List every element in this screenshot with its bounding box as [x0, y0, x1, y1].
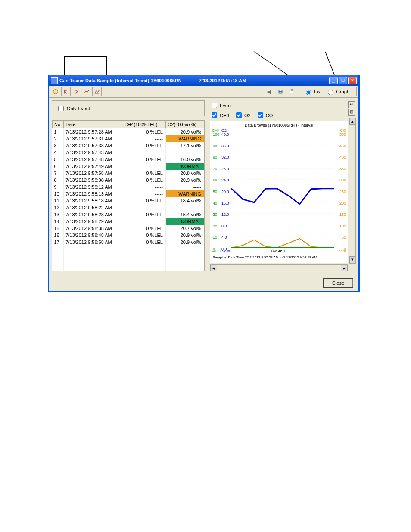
cell-no: 14 [53, 218, 64, 225]
cell-no: 13 [53, 211, 64, 218]
ch4-checkbox[interactable]: CH4 [210, 111, 229, 119]
table-row[interactable]: 67/13/2012 9:57:49 AM-----NORMAL [53, 163, 204, 170]
axis-tick: 80 [213, 155, 217, 159]
co-checkbox[interactable]: CO [256, 111, 273, 119]
cell-no: 4 [53, 149, 64, 156]
view-mode-group: List Graph [301, 87, 357, 96]
event-prev-button[interactable] [61, 87, 71, 96]
series-checkbox-row-2: CH4 O2 CO [207, 110, 356, 120]
axis-tick: 40 [213, 201, 217, 205]
right-pane: ↩ ⊞ Event CH4 O2 CO Data Browse (1Y60100… [207, 100, 356, 271]
axis-tick: 28.0 [221, 167, 229, 171]
table-row[interactable]: 57/13/2012 9:57:48 AM0 %LEL16.0 vol% [53, 156, 204, 163]
table-row[interactable]: 177/13/2012 9:58:58 AM0 %LEL20.9 vol% [53, 239, 204, 246]
cell-date: 7/13/2012 9:58:08 AM [64, 177, 122, 184]
axis-tick: 100 [339, 224, 346, 228]
table-row-empty [53, 246, 204, 252]
minimize-button[interactable]: _ [329, 77, 338, 84]
o2-checkbox[interactable]: O2 [234, 111, 251, 119]
table-row[interactable]: 157/13/2012 9:58:38 AM0 %LEL20.7 vol% [53, 225, 204, 232]
close-button[interactable]: Close [323, 278, 353, 288]
cell-no: 1 [53, 128, 64, 135]
view-list-radio[interactable]: List [304, 88, 321, 95]
cell-ch4: 0 %LEL [122, 170, 166, 177]
cell-o2: ----- [165, 184, 204, 190]
axis-tick: 36.0 [221, 144, 229, 148]
col-o2[interactable]: O2(40.0vol%) [165, 121, 204, 128]
x-tick: 09:58:18 [210, 249, 348, 253]
maximize-button[interactable]: □ [339, 77, 347, 84]
cell-o2: 20.9 vol% [165, 232, 204, 239]
cell-ch4: ----- [122, 190, 166, 197]
axis-tick: 400 [339, 155, 346, 159]
table-row[interactable]: 77/13/2012 9:57:58 AM0 %LEL20.8 vol% [53, 170, 204, 177]
cell-ch4: ----- [122, 149, 166, 156]
table-row[interactable]: 87/13/2012 9:58:08 AM0 %LEL20.9 vol% [53, 177, 204, 184]
cell-o2: WARNING [165, 135, 204, 142]
clipboard-button[interactable] [287, 87, 296, 96]
table-row[interactable]: 47/13/2012 9:57:43 AM---------- [53, 149, 204, 156]
axis-tick: 24.0 [221, 178, 229, 182]
table-row[interactable]: 27/13/2012 9:57:31 AM-----WARNING [53, 135, 204, 142]
axis-tick: 20.0 [221, 190, 229, 194]
table-row[interactable]: 107/13/2012 9:58:13 AM-----WARNING [53, 190, 204, 197]
axis-tick: 30 [213, 212, 217, 217]
table-row[interactable]: 167/13/2012 9:58:48 AM0 %LEL20.9 vol% [53, 232, 204, 239]
svg-rect-8 [268, 90, 271, 91]
axis-tick: 32.0 [221, 155, 229, 159]
plot-area[interactable] [231, 134, 334, 248]
col-date[interactable]: Date [64, 121, 122, 128]
close-window-button[interactable]: × [348, 77, 357, 84]
only-event-box: Only Event [52, 100, 205, 116]
cell-o2: 18.4 vol% [165, 197, 204, 204]
graph-tool-1-button[interactable] [82, 87, 91, 96]
vertical-scrollbar[interactable]: ▴ ▾ [349, 118, 356, 264]
cell-ch4: ----- [122, 135, 166, 142]
axis-tick: 8.0 [221, 224, 227, 228]
table-row[interactable]: 137/13/2012 9:58:28 AM0 %LEL15.4 vol% [53, 211, 204, 218]
axis-tick: 40.0 [221, 132, 229, 137]
axis-tick: 90 [213, 144, 217, 148]
data-table: No. Date CH4(100%LEL) O2(40.0vol%) 17/13… [52, 120, 204, 271]
svg-rect-11 [280, 90, 282, 91]
event-next-button[interactable] [72, 87, 81, 96]
table-row[interactable]: 97/13/2012 9:58:12 AM---------- [53, 184, 204, 190]
axis-tick: 200 [339, 201, 346, 205]
table-row[interactable]: 17/13/2012 9:57:28 AM0 %LEL20.9 vol% [53, 128, 204, 135]
cell-ch4: 0 %LEL [122, 142, 166, 149]
cell-date: 7/13/2012 9:57:48 AM [64, 156, 122, 163]
cell-no: 12 [53, 204, 64, 211]
print-button[interactable] [265, 87, 274, 96]
view-graph-radio[interactable]: Graph [326, 88, 349, 95]
cell-o2: 20.9 vol% [165, 239, 204, 246]
axis-tick: 500 [339, 132, 346, 137]
event-checkbox[interactable]: Event [210, 101, 232, 109]
cell-ch4: 0 %LEL [122, 232, 166, 239]
help-button[interactable]: ? [51, 87, 60, 96]
only-event-checkbox[interactable]: Only Event [56, 104, 200, 112]
table-header-row: No. Date CH4(100%LEL) O2(40.0vol%) [53, 121, 204, 128]
axis-tick: 300 [339, 178, 346, 182]
expand-chart-button[interactable]: ⊞ [348, 109, 355, 116]
cell-no: 6 [53, 163, 64, 170]
cell-ch4: 0 %LEL [122, 239, 166, 246]
graph-tool-2-button[interactable] [92, 87, 102, 96]
cell-date: 7/13/2012 9:57:28 AM [64, 128, 122, 135]
table-row[interactable]: 117/13/2012 9:58:18 AM0 %LEL18.4 vol% [53, 197, 204, 204]
axis-tick: 12.0 [221, 212, 229, 217]
horizontal-scrollbar[interactable]: ◂ ▸ [210, 264, 348, 271]
restore-chart-button[interactable]: ↩ [348, 101, 355, 108]
col-ch4[interactable]: CH4(100%LEL) [122, 121, 166, 128]
cell-o2: NORMAL [165, 218, 204, 225]
svg-rect-14 [291, 89, 293, 90]
window-title: Tracer Data Sample (Interval Trend) 1Y60… [70, 78, 182, 83]
chart-title: Data Browse (1Y6010085RN ) - Interval [210, 121, 348, 128]
table-row[interactable]: 147/13/2012 9:58:29 AM-----NORMAL [53, 218, 204, 225]
table-row[interactable]: 37/13/2012 9:57:38 AM0 %LEL17.1 vol% [53, 142, 204, 149]
col-no[interactable]: No. [53, 121, 64, 128]
cell-date: 7/13/2012 9:58:13 AM [64, 190, 122, 197]
cell-no: 5 [53, 156, 64, 163]
save-button[interactable] [276, 87, 285, 96]
table-row-empty [53, 259, 204, 266]
table-row[interactable]: 127/13/2012 9:58:22 AM---------- [53, 204, 204, 211]
